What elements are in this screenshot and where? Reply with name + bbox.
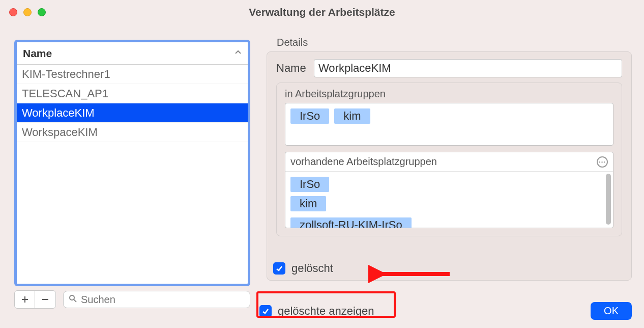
close-icon[interactable] (9, 8, 17, 16)
groups-panel: in Arbeitsplatzgruppen IrSokim vorhanden… (276, 83, 622, 236)
show-deleted-checkbox[interactable] (259, 305, 272, 317)
svg-point-0 (70, 295, 74, 300)
available-group-chip[interactable]: zollsoft-RU-KIM-IrSo (290, 217, 412, 228)
more-icon[interactable]: ●●● (597, 156, 608, 168)
window-title: Verwaltung der Arbeitsplätze (0, 6, 644, 18)
search-input[interactable] (80, 293, 245, 306)
list-item[interactable]: WorkspaceKIM (17, 123, 248, 142)
group-chip[interactable]: kim (334, 108, 370, 124)
zoom-icon[interactable] (38, 8, 46, 16)
list-item[interactable]: TELESCAN_AP1 (17, 84, 248, 103)
chevron-up-icon (235, 48, 242, 59)
scrollbar[interactable] (606, 174, 611, 225)
available-group-chip[interactable]: kim (290, 196, 326, 211)
name-field[interactable] (314, 59, 622, 77)
name-column-label: Name (23, 47, 52, 60)
list-item[interactable]: WorkplaceKIM (17, 103, 248, 123)
name-list[interactable]: Name KIM-Testrechner1TELESCAN_AP1Workpla… (14, 40, 250, 286)
minimize-icon[interactable] (23, 8, 32, 16)
name-list-header[interactable]: Name (17, 42, 248, 65)
svg-line-1 (74, 299, 76, 302)
search-box[interactable] (63, 291, 250, 308)
titlebar: Verwaltung der Arbeitsplätze (0, 0, 644, 24)
deleted-checkbox[interactable] (273, 262, 285, 275)
deleted-row[interactable]: gelöscht (273, 262, 333, 275)
ok-button[interactable]: OK (591, 302, 632, 320)
window-controls (9, 8, 46, 16)
add-button[interactable] (15, 291, 35, 308)
group-chip[interactable]: IrSo (290, 108, 329, 124)
available-groups-box[interactable]: vorhandene Arbeitsplatzgruppen ●●● IrSok… (285, 152, 613, 228)
details-panel: Name in Arbeitsplatzgruppen IrSokim vorh… (267, 51, 632, 281)
available-groups-label: vorhandene Arbeitsplatzgruppen (290, 156, 437, 168)
list-item[interactable]: KIM-Testrechner1 (17, 65, 248, 84)
available-group-chip[interactable]: IrSo (290, 177, 329, 192)
search-icon (69, 294, 77, 305)
details-section-label: Details (277, 37, 632, 48)
show-deleted-row[interactable]: gelöschte anzeigen (259, 305, 374, 318)
deleted-label: gelöscht (291, 262, 333, 275)
remove-button[interactable] (35, 291, 55, 308)
show-deleted-label: gelöschte anzeigen (278, 305, 374, 318)
name-field-label: Name (276, 62, 314, 75)
add-remove-group (14, 290, 56, 309)
in-groups-label: in Arbeitsplatzgruppen (285, 88, 613, 100)
in-groups-box[interactable]: IrSokim (285, 103, 613, 146)
